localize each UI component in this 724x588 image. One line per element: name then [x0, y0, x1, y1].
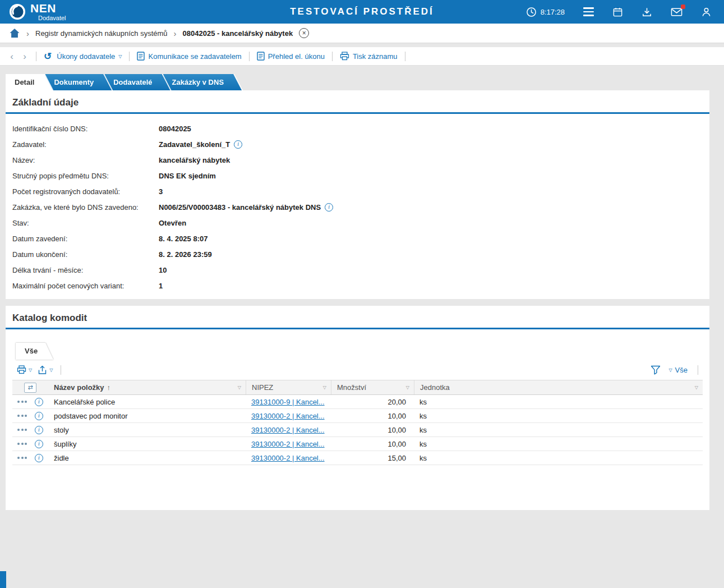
table-row: i stoly 39130000-2 | Kancel... 10,00 ks: [12, 423, 703, 437]
print-table-button[interactable]: ▽: [17, 365, 32, 374]
field-label: Stručný popis předmětu DNS:: [12, 172, 159, 180]
basic-info-title: Základní údaje: [12, 97, 703, 108]
row-actions-button[interactable]: [17, 401, 27, 403]
column-header-mnozstvi[interactable]: Množství: [337, 383, 366, 392]
column-header-nipez[interactable]: NIPEZ: [252, 383, 273, 392]
column-chooser-button[interactable]: ⇄: [24, 383, 36, 393]
field-row: Stručný popis předmětu DNS: DNS EK sjedn…: [12, 168, 703, 183]
chevron-down-icon: ▽: [49, 368, 53, 373]
filter-dropdown-icon[interactable]: ▽: [406, 385, 409, 390]
field-row: Délka trvání - měsíce: 10: [12, 262, 703, 278]
menu-button[interactable]: [583, 7, 594, 16]
prehled-ukonu-label: Přehled el. úkonu: [268, 52, 325, 61]
table-empty-space: [12, 465, 703, 504]
profile-button[interactable]: [701, 7, 712, 17]
toolbar-separator: [129, 52, 130, 61]
messages-button[interactable]: [671, 7, 683, 17]
table-header-row: ⇄ Název položky ↑ ▽ NIPEZ ▽ Množství ▽ J…: [12, 380, 703, 395]
tab-zakazky-v-dns[interactable]: Zakázky v DNS: [163, 74, 242, 90]
clock-icon: [526, 7, 537, 17]
column-header-nazev[interactable]: Název položky ↑: [54, 383, 110, 392]
field-label: Maximální počet cenových variant:: [12, 282, 159, 290]
action-toolbar: ‹ › ↺ Úkony dodavatele ▽ Komunikace se z…: [0, 47, 724, 66]
field-row: Maximální počet cenových variant: 1: [12, 278, 703, 293]
filter-dropdown-icon[interactable]: ▽: [323, 385, 326, 390]
item-unit: ks: [414, 398, 703, 406]
field-value: 3: [159, 187, 163, 196]
tab-dokumenty[interactable]: Dokumenty: [45, 74, 112, 90]
toolbar-separator: [36, 52, 36, 61]
column-header-jednotka[interactable]: Jednotka: [420, 383, 450, 392]
breadcrumb-item-current[interactable]: 08042025 - kancelářský nábytek: [183, 29, 293, 38]
row-actions-button[interactable]: [17, 443, 27, 445]
row-info-button[interactable]: i: [35, 426, 43, 434]
catalog-panel: Katalog komodit Vše ▽ ▽: [6, 306, 709, 510]
toolbar-separator: [405, 52, 405, 61]
breadcrumb-separator-icon: ›: [26, 29, 29, 38]
item-name: židle: [48, 454, 246, 462]
field-label: Počet registrovaných dodavatelů:: [12, 187, 159, 196]
refresh-button[interactable]: ↺: [44, 52, 52, 61]
info-icon[interactable]: i: [325, 203, 333, 212]
item-qty: 20,00: [331, 398, 414, 406]
table-row: i židle 39130000-2 | Kancel... 15,00 ks: [12, 451, 703, 465]
section-rule: [6, 112, 709, 114]
nipez-link[interactable]: 39130000-2 | Kancel...: [251, 412, 325, 420]
filter-button[interactable]: [651, 365, 661, 375]
nen-logo-icon: [9, 3, 26, 20]
prehled-ukonu-button[interactable]: Přehled el. úkonu: [257, 52, 325, 61]
filter-dropdown-icon[interactable]: ▽: [695, 385, 698, 390]
download-button[interactable]: [642, 7, 652, 17]
nipez-link[interactable]: 39130000-2 | Kancel...: [251, 454, 325, 462]
filter-dropdown-icon[interactable]: ▽: [238, 385, 241, 390]
detail-tabs: Detail Dokumenty Dodavatelé Zakázky v DN…: [0, 74, 724, 90]
export-table-button[interactable]: ▽: [38, 365, 53, 375]
tisk-zaznamu-button[interactable]: Tisk záznamu: [340, 52, 398, 61]
tab-vse[interactable]: Vše: [16, 343, 53, 360]
field-label: Identifikační číslo DNS:: [12, 125, 159, 133]
close-record-button[interactable]: ×: [299, 28, 309, 38]
sort-asc-icon: ↑: [107, 383, 111, 392]
nipez-link[interactable]: 39131000-9 | Kancel...: [251, 398, 325, 406]
table-row: i podstavec pod monitor 39130000-2 | Kan…: [12, 409, 703, 423]
row-info-button[interactable]: i: [35, 412, 43, 420]
breadcrumb-item-registry[interactable]: Registr dynamických nákupních systémů: [35, 29, 168, 38]
tab-dodavatele[interactable]: Dodavatelé: [104, 74, 170, 90]
calendar-button[interactable]: [612, 7, 623, 17]
forward-button[interactable]: ›: [21, 52, 29, 61]
row-info-button[interactable]: i: [35, 398, 43, 406]
field-label: Délka trvání - měsíce:: [12, 266, 159, 274]
table-row: i šuplíky 39130000-2 | Kancel... 10,00 k…: [12, 437, 703, 451]
back-button[interactable]: ‹: [8, 52, 16, 61]
row-actions-button[interactable]: [17, 415, 27, 417]
field-label: Zadavatel:: [12, 140, 159, 149]
nipez-link[interactable]: 39130000-2 | Kancel...: [251, 426, 325, 434]
view-filter-dropdown[interactable]: ▽ Vše: [668, 366, 688, 374]
basic-info-panel: Základní údaje Identifikační číslo DNS: …: [6, 90, 709, 299]
ukony-dodavatele-label: Úkony dodavatele: [57, 52, 115, 61]
item-qty: 10,00: [331, 426, 414, 434]
field-value: kancelářský nábytek: [159, 156, 230, 164]
item-qty: 10,00: [331, 412, 414, 420]
item-name: Kancelářské police: [48, 398, 246, 406]
field-value: Otevřen: [159, 219, 186, 227]
tab-detail[interactable]: Detail: [6, 74, 52, 90]
chevron-down-icon: ▽: [29, 368, 32, 373]
ukony-dodavatele-menu[interactable]: Úkony dodavatele ▽: [57, 52, 122, 61]
brand-block: NEN Dodavatel: [9, 2, 66, 21]
row-actions-button[interactable]: [17, 429, 27, 431]
brand-name: NEN: [30, 2, 66, 14]
info-icon[interactable]: i: [234, 140, 242, 149]
environment-title: TESTOVACÍ PROSTŘEDÍ: [290, 6, 434, 17]
row-info-button[interactable]: i: [35, 454, 43, 462]
field-label: Název:: [12, 156, 159, 164]
row-info-button[interactable]: i: [35, 440, 43, 448]
field-row: Stav: Otevřen: [12, 215, 703, 231]
nipez-link[interactable]: 39130000-2 | Kancel...: [251, 440, 325, 448]
row-actions-button[interactable]: [17, 457, 27, 459]
export-icon: [38, 365, 47, 375]
toolbar-separator: [61, 365, 61, 375]
home-button[interactable]: [9, 28, 20, 38]
komunikace-button[interactable]: Komunikace se zadavatelem: [137, 52, 241, 61]
breadcrumb-separator-icon: ›: [174, 29, 177, 38]
